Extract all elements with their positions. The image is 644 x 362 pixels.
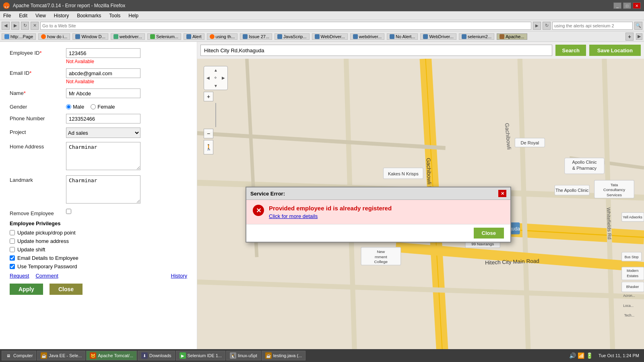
- street-view-icon: 🚶: [205, 144, 212, 150]
- gender-female-option[interactable]: Female: [91, 104, 115, 110]
- phone-input[interactable]: [66, 114, 140, 123]
- svg-text:Estates: Estates: [627, 274, 638, 278]
- dialog-close-button[interactable]: Close: [474, 228, 504, 239]
- remove-employee-checkbox[interactable]: [66, 209, 71, 214]
- map-nav-west[interactable]: ◀: [204, 74, 212, 82]
- priv3-checkbox[interactable]: [10, 247, 15, 252]
- menu-file[interactable]: File: [2, 12, 12, 19]
- gender-male-option[interactable]: Male: [66, 104, 84, 110]
- dialog-x-button[interactable]: ✕: [498, 190, 506, 197]
- taskbar-start[interactable]: 🖥 Computer: [2, 351, 36, 360]
- error-dialog: Service Error: ✕ ✕ Provided employee id …: [246, 187, 511, 243]
- priv5-label: Use Temporary Password: [17, 263, 77, 269]
- map-navigation-pad: ▲ ◀ ✥ ▶ ▼: [204, 66, 228, 90]
- map-zoom-out[interactable]: −: [204, 129, 213, 138]
- bookmark-apache[interactable]: Apache...: [497, 33, 527, 40]
- bookmark-icon-page: [4, 34, 9, 39]
- menu-tools[interactable]: Tools: [107, 12, 122, 19]
- map-toolbar: Search Save Location: [197, 42, 644, 59]
- next-tabs-button[interactable]: ▶: [636, 33, 642, 40]
- taskbar-linux[interactable]: 🐧 linux-u5pt: [226, 351, 261, 360]
- comment-link[interactable]: Comment: [35, 273, 58, 279]
- form-close-button[interactable]: Close: [50, 284, 83, 295]
- landmark-row: Landmark Charminar: [10, 175, 187, 205]
- go-button[interactable]: ▶: [533, 22, 541, 30]
- bookmark-icon-apache: [500, 34, 504, 39]
- bookmark-javascript[interactable]: JavaScrip...: [275, 33, 309, 40]
- request-link[interactable]: Request: [10, 273, 29, 279]
- search-go-button[interactable]: 🔍: [634, 22, 642, 30]
- email-id-input[interactable]: [66, 68, 140, 78]
- phone-input-wrapper: [66, 114, 187, 123]
- bookmark-icon-alert: [186, 34, 191, 39]
- error-content: ✕ Provided employee id is already regist…: [253, 205, 504, 219]
- back-button[interactable]: ◀: [2, 22, 10, 30]
- stop-button[interactable]: ✕: [31, 22, 39, 30]
- bookmark-no-alert[interactable]: No Alert...: [387, 33, 418, 40]
- gender-female-radio[interactable]: [91, 104, 96, 109]
- bookmark-icon-webdriver1: [114, 34, 118, 39]
- taskbar-selenium-ide[interactable]: ▶ Selenium IDE 1...: [176, 351, 226, 360]
- taskbar-testing-java[interactable]: ☕ testing.java (...: [262, 351, 306, 360]
- bookmark-http-page[interactable]: http:...Page: [2, 33, 36, 40]
- map-nav-north[interactable]: ▲: [212, 66, 219, 74]
- bookmark-issue[interactable]: Issue 27...: [240, 33, 272, 40]
- taskbar-apache-tomcat[interactable]: 🐱 Apache Tomcat/...: [86, 351, 137, 360]
- minimize-button[interactable]: _: [613, 2, 621, 9]
- search-button[interactable]: Search: [555, 45, 586, 56]
- map-nav-east[interactable]: ▶: [220, 74, 227, 82]
- browser-search-input[interactable]: [552, 22, 633, 30]
- bookmark-webdriver2[interactable]: WebDriver...: [312, 33, 348, 40]
- reload-button[interactable]: ↻: [21, 22, 29, 30]
- bookmark-webdriver4[interactable]: WebDriver...: [420, 33, 456, 40]
- map-search-input[interactable]: [200, 45, 552, 56]
- title-bar: 🦊 Apache Tomcat/7.0.14 - Error report - …: [0, 0, 644, 11]
- home-address-input-wrapper: Charminar: [66, 142, 187, 171]
- bookmark-webdriver3[interactable]: webdriver...: [350, 33, 384, 40]
- taskbar-java-ee[interactable]: ☕ Java EE - Sele...: [37, 351, 85, 360]
- priv4-checkbox[interactable]: [10, 255, 15, 261]
- taskbar-downloads[interactable]: ⬇ Downloads: [138, 351, 175, 360]
- history-link[interactable]: History: [171, 273, 187, 279]
- forward-button[interactable]: ▶: [11, 22, 19, 30]
- gender-radio-group: Male Female: [66, 102, 187, 110]
- menu-history[interactable]: History: [52, 12, 70, 19]
- project-select[interactable]: Ad sales: [66, 128, 140, 138]
- employee-id-input[interactable]: [66, 48, 140, 58]
- bookmark-how-do[interactable]: how do i...: [38, 33, 70, 40]
- add-tab-button[interactable]: +: [625, 33, 634, 41]
- svg-text:The Apollo Clinic: The Apollo Clinic: [555, 188, 589, 193]
- refresh-button2[interactable]: ↻: [543, 22, 551, 30]
- save-location-button[interactable]: Save Location: [589, 45, 641, 56]
- map-zoom-in[interactable]: +: [204, 92, 213, 101]
- address-bar[interactable]: [40, 22, 531, 30]
- menu-edit[interactable]: Edit: [17, 12, 29, 19]
- bookmark-window[interactable]: Window D...: [72, 33, 108, 40]
- bookmark-selenium[interactable]: Selenium...: [147, 33, 181, 40]
- priv1-checkbox[interactable]: [10, 230, 15, 235]
- tray-sound-icon: 🔊: [569, 352, 576, 359]
- taskbar: 🖥 Computer ☕ Java EE - Sele... 🐱 Apache …: [0, 349, 644, 362]
- home-address-textarea[interactable]: Charminar: [66, 142, 140, 170]
- svg-text:Modern: Modern: [627, 269, 638, 273]
- street-view-button[interactable]: 🚶: [204, 140, 213, 154]
- tomcat-icon: 🐱: [90, 352, 96, 359]
- bookmark-alert[interactable]: Alert: [184, 33, 204, 40]
- bookmark-using-th[interactable]: using th...: [207, 33, 238, 40]
- menu-bookmarks[interactable]: Bookmarks: [75, 12, 103, 19]
- map-nav-south[interactable]: ▼: [212, 82, 219, 90]
- menu-view[interactable]: View: [34, 12, 47, 19]
- bookmark-selenium2[interactable]: selenium2...: [459, 33, 494, 40]
- menu-help[interactable]: Help: [127, 12, 140, 19]
- apply-button[interactable]: Apply: [10, 284, 43, 295]
- project-label: Project: [10, 128, 66, 135]
- priv5-checkbox[interactable]: [10, 264, 15, 269]
- error-more-details-link[interactable]: Click for more details: [269, 213, 318, 219]
- bookmark-webdriver1[interactable]: webdriver...: [111, 33, 145, 40]
- priv2-checkbox[interactable]: [10, 239, 15, 244]
- landmark-textarea[interactable]: Charminar: [66, 175, 140, 204]
- gender-male-radio[interactable]: [66, 104, 71, 109]
- maximize-button[interactable]: □: [623, 2, 631, 9]
- close-window-button[interactable]: ✕: [633, 2, 641, 9]
- name-input[interactable]: [66, 88, 140, 98]
